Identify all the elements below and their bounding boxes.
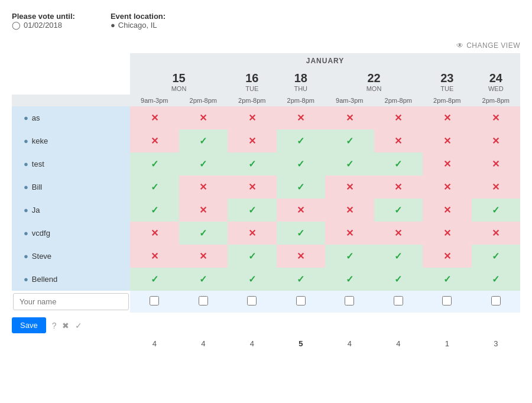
vote-cell: ✕	[130, 106, 179, 129]
schedule-table: JANUARY 15MON16TUE18THU22MON23TUE24WED 9…	[12, 53, 520, 352]
person-name-cell: ●keke	[12, 129, 130, 152]
vote-cell: ✕	[423, 245, 472, 268]
help-icon[interactable]: ?	[52, 321, 57, 330]
vote-checkbox-cell[interactable]	[130, 291, 179, 313]
checkmark-icon: ✓	[492, 205, 499, 215]
person-name-cell: ●Bellend	[12, 268, 130, 291]
x-icon: ✕	[443, 205, 451, 215]
table-row: ●as✕✕✕✕✕✕✕✕	[12, 106, 520, 129]
name-input-cell[interactable]	[12, 291, 130, 313]
vote-cell: ✕	[423, 222, 472, 245]
person-name: test	[32, 160, 44, 168]
vote-checkbox[interactable]	[199, 296, 208, 306]
checkmark-icon: ✓	[346, 251, 353, 261]
time-row: 9am-3pm2pm-8pm2pm-8pm2pm-8pm9am-3pm2pm-8…	[12, 95, 520, 106]
time-cell: 2pm-8pm	[472, 95, 521, 106]
x-icon: ✕	[443, 251, 451, 261]
person-name-cell: ●Steve	[12, 245, 130, 268]
person-name-cell: ●Ja	[12, 199, 130, 222]
action-spacer	[179, 313, 228, 336]
vote-checkbox-cell[interactable]	[228, 291, 277, 313]
clock-icon: ◯	[12, 21, 21, 30]
checkmark-icon: ✓	[248, 251, 256, 261]
checkmark-icon: ✓	[199, 159, 207, 169]
vote-cell: ✓	[325, 152, 374, 176]
vote-cell: ✕	[472, 222, 521, 245]
checkmark-icon: ✓	[248, 205, 256, 215]
vote-checkbox[interactable]	[394, 296, 403, 306]
vote-cell: ✓	[179, 152, 228, 176]
table-row: ●Ja✓✕✓✕✕✓✕✓	[12, 199, 520, 222]
x-icon: ✕	[492, 159, 499, 169]
vote-checkbox-cell[interactable]	[374, 291, 423, 313]
total-cell: 4	[179, 336, 228, 352]
time-cell: 2pm-8pm	[179, 95, 228, 106]
x-icon: ✕	[199, 113, 207, 123]
person-name: Steve	[32, 252, 51, 261]
vote-cell: ✕	[423, 129, 472, 152]
action-spacer	[374, 313, 423, 336]
vote-cell: ✓	[325, 268, 374, 291]
checkmark-icon: ✓	[394, 159, 402, 169]
vote-checkbox[interactable]	[296, 296, 306, 306]
checkmark-icon: ✓	[199, 136, 207, 146]
save-button[interactable]: Save	[12, 317, 46, 333]
link-icon[interactable]: ✖	[62, 321, 69, 330]
vote-checkbox-cell[interactable]	[423, 291, 472, 313]
people-body: ●as✕✕✕✕✕✕✕✕●keke✕✓✕✓✓✕✕✕●test✓✓✓✓✓✓✕✕●Bi…	[12, 106, 520, 291]
person-icon: ●	[24, 252, 28, 261]
vote-checkbox[interactable]	[345, 296, 354, 306]
vote-cell: ✕	[325, 106, 374, 129]
vote-checkbox-cell[interactable]	[277, 291, 326, 313]
vote-checkbox[interactable]	[150, 296, 159, 306]
confirm-icon[interactable]: ✓	[75, 321, 82, 330]
vote-cell: ✕	[130, 222, 179, 245]
vote-cell: ✓	[374, 268, 423, 291]
action-spacer	[130, 313, 179, 336]
vote-cell: ✕	[228, 129, 277, 152]
vote-checkbox-cell[interactable]	[472, 291, 521, 313]
checkmark-icon: ✓	[199, 274, 207, 284]
month-row: JANUARY	[12, 53, 520, 69]
vote-cell: ✕	[374, 176, 423, 199]
x-icon: ✕	[297, 251, 304, 261]
checkmark-icon: ✓	[151, 159, 158, 169]
vote-checkbox[interactable]	[491, 296, 501, 306]
person-icon: ●	[24, 160, 28, 168]
action-spacer	[277, 313, 326, 336]
checkmark-icon: ✓	[297, 159, 304, 169]
change-view-button[interactable]: 👁 CHANGE VIEW	[456, 41, 520, 50]
vote-date: ◯ 01/02/2018	[12, 21, 75, 30]
x-icon: ✕	[394, 228, 402, 238]
checkmark-icon: ✓	[394, 205, 402, 215]
vote-cell: ✓	[374, 152, 423, 176]
checkmark-icon: ✓	[151, 205, 158, 215]
vote-checkbox[interactable]	[247, 296, 257, 306]
person-name-cell: ●as	[12, 106, 130, 129]
table-row: ●Bellend✓✓✓✓✓✓✓✓	[12, 268, 520, 291]
vote-checkbox[interactable]	[442, 296, 452, 306]
vote-cell: ✓	[130, 176, 179, 199]
action-spacer	[228, 313, 277, 336]
time-cell: 2pm-8pm	[374, 95, 423, 106]
x-icon: ✕	[492, 182, 499, 192]
save-cell: Save ? ✖ ✓	[12, 313, 130, 336]
vote-checkbox-cell[interactable]	[179, 291, 228, 313]
vote-cell: ✕	[472, 176, 521, 199]
vote-checkbox-cell[interactable]	[325, 291, 374, 313]
vote-cell: ✓	[472, 268, 521, 291]
x-icon: ✕	[248, 113, 256, 123]
total-cell: 5	[277, 336, 326, 352]
vote-cell: ✕	[130, 129, 179, 152]
table-row: ●vcdfg✕✓✕✓✕✕✕✕	[12, 222, 520, 245]
person-name: keke	[32, 136, 48, 145]
vote-cell: ✓	[277, 176, 326, 199]
vote-cell: ✓	[130, 268, 179, 291]
vote-cell: ✓	[179, 129, 228, 152]
x-icon: ✕	[492, 113, 499, 123]
total-cell: 3	[472, 336, 521, 352]
name-input[interactable]	[13, 293, 129, 310]
x-icon: ✕	[151, 251, 158, 261]
vote-cell: ✓	[277, 152, 326, 176]
vote-deadline-block: Please vote until: ◯ 01/02/2018	[12, 12, 75, 30]
